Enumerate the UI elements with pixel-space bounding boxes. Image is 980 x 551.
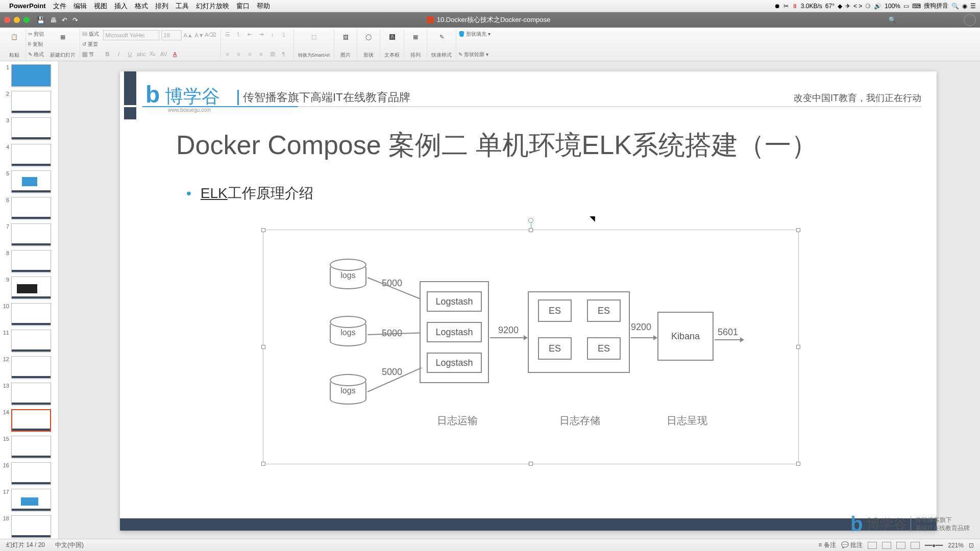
font-size-select[interactable] — [161, 30, 182, 40]
strike-button[interactable]: abc — [137, 49, 146, 59]
newslide-group[interactable]: ▦ 新建幻灯片 — [46, 30, 80, 59]
cut-button[interactable]: ✂ 剪切 — [28, 30, 44, 38]
textbox-button[interactable]: 🅰文本框 — [380, 30, 404, 59]
slide-canvas[interactable]: b 博学谷www.boxuegu.com 传智播客旗下高端IT在线教育品牌 改变… — [120, 71, 937, 531]
bullet-1[interactable]: •ELK工作原理介绍 — [186, 184, 875, 203]
indent-inc-button[interactable]: ⇥ — [257, 30, 266, 39]
code-icon[interactable]: < > — [853, 3, 862, 10]
slide-thumb-1[interactable] — [11, 64, 51, 87]
align-left-button[interactable]: ≡ — [223, 49, 232, 59]
slide-thumb-4[interactable] — [11, 144, 51, 166]
slide-thumb-3[interactable] — [11, 117, 51, 140]
slideshow-view-button[interactable] — [911, 542, 920, 549]
notes-button[interactable]: ≡ 备注 — [818, 541, 836, 549]
rotate-handle[interactable] — [528, 218, 533, 223]
plane-icon[interactable]: ✈ — [845, 3, 850, 10]
slide-thumb-17[interactable] — [11, 489, 51, 511]
ime-name[interactable]: 搜狗拼音 — [924, 2, 948, 10]
font-color-button[interactable]: A — [170, 49, 180, 59]
shapes-button[interactable]: ◯形状 — [357, 30, 380, 59]
volume-icon[interactable]: 🔊 — [874, 3, 881, 10]
slide-thumb-2[interactable] — [11, 91, 51, 113]
columns-button[interactable]: ▥ — [268, 49, 277, 59]
fit-button[interactable]: ⊡ — [969, 542, 974, 549]
menu-view[interactable]: 视图 — [94, 2, 107, 11]
layout-button[interactable]: ▤ 版式 — [82, 30, 99, 38]
highlight-button[interactable]: AV — [159, 49, 168, 59]
section-button[interactable]: ▦ 节 — [82, 51, 94, 59]
slide-thumb-10[interactable] — [11, 303, 51, 325]
shape-outline-button[interactable]: ✎ 形状轮廓 ▾ — [458, 51, 488, 59]
zoom-pct[interactable]: 221% — [948, 542, 964, 549]
undo-icon[interactable]: ↶ — [62, 16, 67, 24]
menu-insert[interactable]: 插入 — [114, 2, 128, 11]
quickstyle-button[interactable]: ✎快速样式 — [427, 30, 456, 59]
spotlight-icon[interactable]: 🔍 — [951, 3, 959, 10]
menu-window[interactable]: 窗口 — [236, 2, 250, 11]
reset-button[interactable]: ↺ 重置 — [82, 40, 98, 48]
ltr-button[interactable]: ¶ — [279, 49, 288, 59]
slide-thumb-7[interactable] — [11, 223, 51, 246]
scissors-icon[interactable]: ✂ — [783, 3, 789, 10]
text-dir-button[interactable]: ⤵ — [279, 30, 288, 39]
search-area[interactable]: 🔍 — [889, 16, 960, 23]
align-center-button[interactable]: ≡ — [234, 49, 243, 59]
sorter-view-button[interactable] — [882, 542, 891, 549]
bullets-button[interactable]: ☰ — [223, 30, 232, 39]
diagram-placeholder[interactable]: logs logs logs 5000 5000 5000 Logstash L… — [263, 230, 799, 464]
decrease-font-button[interactable]: A▼ — [195, 31, 204, 40]
indent-dec-button[interactable]: ⇤ — [246, 30, 255, 39]
slide-thumb-15[interactable] — [11, 436, 51, 458]
underline-button[interactable]: U — [126, 49, 135, 59]
slide-thumb-16[interactable] — [11, 462, 51, 485]
subscript-button[interactable]: X₂ — [148, 49, 157, 59]
menu-help[interactable]: 帮助 — [257, 2, 270, 11]
bold-button[interactable]: B — [103, 49, 112, 59]
line-spacing-button[interactable]: ↕ — [268, 30, 277, 39]
slide-thumb-18[interactable] — [11, 515, 51, 538]
justify-button[interactable]: ≡ — [257, 49, 266, 59]
increase-font-button[interactable]: A▲ — [184, 31, 193, 40]
picture-button[interactable]: 🖼图片 — [334, 30, 357, 59]
font-family-select[interactable] — [103, 30, 159, 40]
ime-icon[interactable]: ⌨ — [912, 3, 921, 10]
battery-icon[interactable]: ▭ — [903, 3, 909, 10]
slide-thumbnail-panel[interactable]: 1 2 3 4 5 6 7 8 9 10 11 12 13 14 15 16 1… — [0, 61, 59, 539]
align-right-button[interactable]: ≡ — [246, 49, 255, 59]
search-icon[interactable]: 🔍 — [889, 16, 896, 23]
copy-button[interactable]: ⎘ 复制 — [28, 40, 43, 48]
minimize-window[interactable] — [14, 17, 20, 23]
notif-icon[interactable]: ☰ — [970, 3, 976, 10]
menu-tools[interactable]: 工具 — [176, 2, 189, 11]
slide-thumb-12[interactable] — [11, 356, 51, 379]
slide-thumb-13[interactable] — [11, 383, 51, 405]
slide-thumb-5[interactable] — [11, 170, 51, 193]
normal-view-button[interactable] — [868, 542, 877, 549]
search-input[interactable] — [898, 16, 960, 23]
slide-thumb-9[interactable] — [11, 277, 51, 299]
zoom-window[interactable] — [23, 17, 30, 23]
comments-button[interactable]: 💬 批注 — [841, 541, 863, 549]
slide-title[interactable]: Docker Compose 案例二 单机环境ELK系统搭建（一） — [176, 128, 937, 163]
menu-arrange[interactable]: 排列 — [155, 2, 168, 11]
app-name[interactable]: PowerPoint — [9, 2, 46, 10]
menu-slideshow[interactable]: 幻灯片放映 — [196, 2, 229, 11]
smartart-group[interactable]: ⬚ 转换为SmartArt — [294, 30, 335, 59]
reading-view-button[interactable] — [896, 542, 905, 549]
menu-file[interactable]: 文件 — [53, 2, 66, 11]
save-icon[interactable]: 💾 — [37, 16, 45, 24]
menu-edit[interactable]: 编辑 — [74, 2, 87, 11]
siri-icon[interactable]: ◉ — [962, 3, 967, 10]
slide-thumb-6[interactable] — [11, 197, 51, 219]
clear-format-button[interactable]: A⌫ — [206, 31, 215, 40]
redo-icon[interactable]: ↷ — [72, 16, 78, 24]
close-window[interactable] — [4, 17, 10, 23]
slide-thumb-14[interactable] — [11, 409, 51, 432]
pause-icon[interactable]: ⏸ — [792, 3, 798, 10]
arrange-button[interactable]: ▦排列 — [404, 30, 427, 59]
slide-editor[interactable]: b 博学谷www.boxuegu.com 传智播客旗下高端IT在线教育品牌 改变… — [59, 61, 980, 539]
collapse-ribbon-button[interactable] — [964, 14, 976, 26]
shield-icon[interactable]: ◆ — [838, 3, 842, 10]
language-status[interactable]: 中文(中国) — [55, 541, 84, 549]
zoom-slider[interactable]: ━━●━━ — [925, 542, 943, 549]
